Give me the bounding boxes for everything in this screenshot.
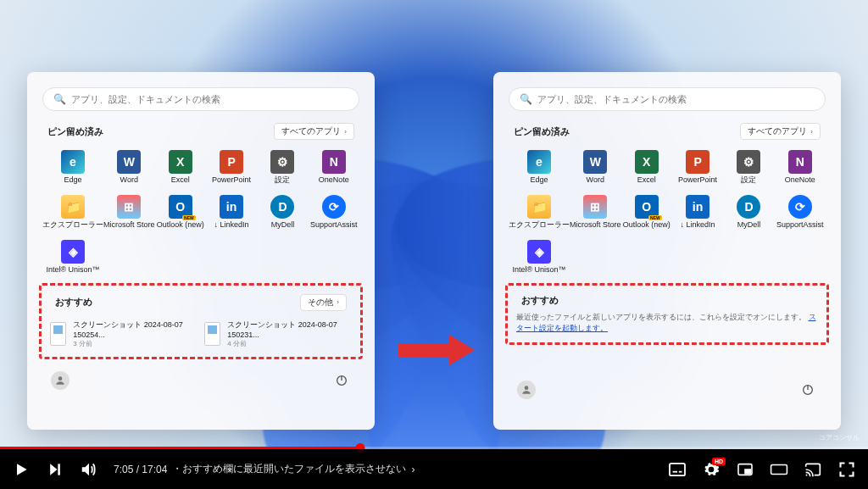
app-label: エクスプローラー [509, 221, 570, 230]
app-tile[interactable]: eEdge [509, 147, 570, 188]
svg-marker-6 [17, 464, 27, 475]
settings-button[interactable]: HD [702, 460, 721, 479]
recommend-item[interactable]: スクリーンショット 2024-08-07 150231...4 分前 [204, 320, 352, 348]
video-controls: 7:05 / 17:04 ・おすすめ欄に最近開いたファイルを表示させない › H… [0, 449, 868, 489]
chevron-right-icon: › [344, 128, 347, 136]
app-label: Edge [64, 176, 81, 185]
app-label: 設定 [741, 176, 756, 185]
app-tile[interactable]: eEdge [42, 147, 103, 188]
recommend-items: スクリーンショット 2024-08-07 150254...3 分前 スクリーン… [50, 320, 352, 348]
app-tile[interactable]: PPowerPoint [672, 147, 723, 188]
app-tile[interactable]: DMyDell [257, 192, 308, 233]
app-tile[interactable]: PPowerPoint [206, 147, 257, 188]
all-apps-button[interactable]: すべてのアプリ› [740, 123, 821, 140]
recommend-box-before: おすすめ その他› スクリーンショット 2024-08-07 150254...… [39, 283, 363, 359]
ic-edge-icon: e [527, 150, 551, 174]
next-button[interactable] [46, 460, 64, 479]
user-avatar[interactable] [517, 381, 536, 399]
ic-unison-icon: ◈ [61, 240, 85, 264]
ic-outlook-icon: O [169, 195, 192, 219]
recommend-item[interactable]: スクリーンショット 2024-08-07 150254...3 分前 [50, 320, 198, 348]
miniplayer-button[interactable] [736, 460, 754, 479]
channel-watermark: コアコンサル [819, 433, 860, 442]
fullscreen-button[interactable] [837, 460, 856, 479]
app-tile[interactable]: NOneNote [309, 147, 359, 188]
pinned-apps-grid-right: eEdgeWWordXExcelPPowerPoint⚙設定NOneNote📁エ… [509, 147, 826, 278]
subtitles-button[interactable] [668, 460, 687, 479]
power-button[interactable] [332, 371, 351, 390]
app-tile[interactable]: ⟳SupportAssist [309, 192, 359, 233]
app-tile[interactable]: WWord [570, 147, 621, 188]
app-tile[interactable]: in↓ LinkedIn [206, 192, 257, 233]
app-tile[interactable]: WWord [103, 147, 155, 188]
app-label: ↓ LinkedIn [214, 221, 249, 230]
app-tile[interactable]: XExcel [155, 147, 206, 188]
cast-button[interactable] [804, 460, 822, 479]
app-tile[interactable]: ◈Intel® Unison™ [509, 236, 570, 278]
ic-pp-icon: P [220, 150, 243, 174]
app-label: ↓ LinkedIn [681, 221, 715, 230]
app-label: Outlook (new) [157, 221, 204, 230]
app-tile[interactable]: ⚙設定 [723, 147, 774, 188]
app-tile[interactable]: NOneNote [775, 147, 826, 188]
play-button[interactable] [12, 460, 31, 479]
recommend-more-button[interactable]: その他› [300, 294, 347, 311]
svg-rect-15 [771, 464, 787, 474]
app-tile[interactable]: ⚙設定 [257, 147, 308, 188]
app-tile[interactable]: DMyDell [723, 192, 774, 233]
search-box[interactable]: 🔍 [509, 87, 826, 111]
ic-pp-icon: P [686, 150, 709, 174]
app-tile[interactable]: 📁エクスプローラー [509, 192, 570, 233]
ic-linkedin-icon: in [686, 195, 709, 219]
ic-word-icon: W [117, 150, 141, 174]
app-tile[interactable]: ◈Intel® Unison™ [42, 236, 103, 278]
ic-onenote-icon: N [322, 150, 346, 174]
app-tile[interactable]: ⟳SupportAssist [775, 192, 826, 233]
search-input[interactable] [537, 94, 815, 104]
recommend-item-name: スクリーンショット 2024-08-07 150231... [227, 320, 352, 339]
search-icon: 🔍 [53, 93, 66, 105]
recommend-title: おすすめ [55, 296, 92, 308]
time-display: 7:05 / 17:04 [114, 464, 167, 475]
svg-point-3 [525, 386, 529, 390]
user-avatar[interactable] [51, 371, 70, 390]
app-label: OneNote [319, 176, 349, 185]
svg-marker-9 [82, 463, 89, 475]
svg-point-0 [58, 376, 63, 381]
app-tile[interactable]: OOutlook (new) [155, 192, 206, 233]
start-menu-after: 🔍 ピン留め済み すべてのアプリ› eEdgeWWordXExcelPPower… [493, 72, 841, 430]
ic-mydell-icon: D [737, 195, 760, 219]
app-label: Intel® Unison™ [512, 266, 565, 275]
recommend-box-after: おすすめ 最近使ったファイルと新しいアプリを表示するには、これらを設定でオンにし… [505, 283, 829, 345]
app-tile[interactable]: XExcel [621, 147, 672, 188]
search-icon: 🔍 [520, 93, 532, 105]
all-apps-button[interactable]: すべてのアプリ› [274, 123, 354, 140]
app-tile[interactable]: OOutlook (new) [621, 192, 672, 233]
app-label: Edge [530, 176, 548, 185]
ic-edge-icon: e [61, 150, 85, 174]
theater-button[interactable] [770, 460, 788, 479]
start-menu-before: 🔍 ピン留め済み すべてのアプリ› eEdgeWWordXExcelPPower… [27, 72, 375, 430]
power-button[interactable] [798, 381, 817, 399]
volume-button[interactable] [80, 460, 98, 479]
app-label: Intel® Unison™ [46, 266, 99, 275]
ic-word-icon: W [583, 150, 607, 174]
app-tile[interactable]: ⊞Microsoft Store [103, 192, 155, 233]
app-tile[interactable]: 📁エクスプローラー [42, 192, 103, 233]
ic-support-icon: ⟳ [322, 195, 346, 219]
app-tile[interactable]: in↓ LinkedIn [672, 192, 723, 233]
ic-settings-icon: ⚙ [737, 150, 760, 174]
app-label: PowerPoint [678, 176, 717, 185]
ic-outlook-icon: O [635, 195, 659, 219]
search-input[interactable] [71, 94, 348, 104]
app-label: Microsoft Store [103, 221, 155, 230]
recommend-empty-text: 最近使ったファイルと新しいアプリを表示するには、これらを設定でオンにします。 ス… [516, 312, 818, 334]
search-box[interactable]: 🔍 [42, 87, 359, 111]
chapter-title[interactable]: ・おすすめ欄に最近開いたファイルを表示させない [172, 462, 406, 476]
recommend-item-name: スクリーンショット 2024-08-07 150254... [73, 320, 198, 339]
ic-onenote-icon: N [788, 150, 812, 174]
app-tile[interactable]: ⊞Microsoft Store [570, 192, 621, 233]
ic-linkedin-icon: in [220, 195, 243, 219]
app-label: SupportAssist [776, 221, 824, 230]
chapter-chevron-icon[interactable]: › [411, 464, 415, 475]
